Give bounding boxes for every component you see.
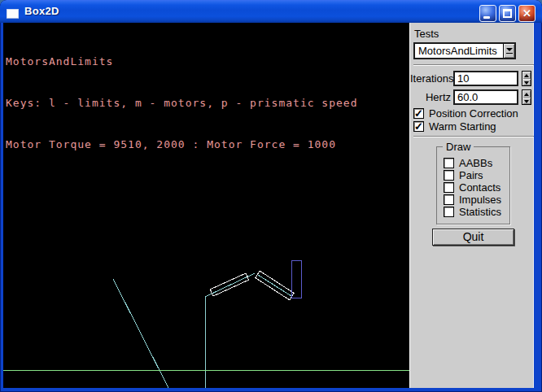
pairs-label: Pairs [459, 169, 483, 181]
checkbox-statistics[interactable]: Statistics [444, 206, 501, 218]
maximize-icon [503, 9, 512, 18]
chevron-underline [506, 53, 513, 54]
checkbox-contacts[interactable]: Contacts [444, 181, 500, 194]
statistics-checkbox[interactable] [444, 207, 454, 217]
window-title: Box2D [24, 5, 59, 17]
warm-starting-label: Warm Starting [429, 120, 496, 133]
checkbox-aabbs[interactable]: AABBs [444, 157, 492, 169]
statistics-label: Statistics [459, 206, 501, 218]
spinner-up-icon[interactable] [522, 90, 531, 98]
arm-link-1 [210, 273, 248, 296]
hertz-input[interactable]: 60.0 [453, 89, 518, 105]
checkbox-warm-starting[interactable]: ✓ Warm Starting [413, 120, 496, 133]
joint-line-left-diagonal [113, 279, 168, 388]
spinner-down-icon[interactable] [522, 79, 531, 86]
hertz-spinner [522, 89, 531, 105]
close-button[interactable]: ✕ [518, 5, 535, 22]
contacts-checkbox[interactable] [444, 182, 454, 193]
impulses-label: Impulses [459, 194, 501, 206]
spinner-up-icon[interactable] [522, 72, 531, 79]
position-correction-checkbox[interactable]: ✓ [413, 108, 424, 119]
impulses-checkbox[interactable] [444, 194, 454, 205]
warm-starting-checkbox[interactable]: ✓ [413, 121, 424, 132]
control-panel: Tests MotorsAndLimits Iterations 10 Hert… [409, 23, 534, 388]
checkbox-pairs[interactable]: Pairs [444, 169, 483, 181]
tests-label: Tests [414, 28, 439, 40]
aabbs-label: AABBs [459, 157, 492, 169]
physics-scene [3, 23, 409, 388]
hertz-label: Hertz [410, 91, 451, 103]
iterations-label: Iterations [410, 72, 451, 85]
minimize-button[interactable] [479, 5, 496, 22]
draw-group-title: Draw [443, 141, 474, 153]
title-bar[interactable]: Box2D ✕ [0, 0, 542, 23]
iterations-spinner [522, 71, 531, 86]
iterations-value: 10 [457, 72, 469, 85]
quit-button[interactable]: Quit [432, 229, 514, 246]
position-correction-label: Position Correction [429, 107, 518, 120]
hertz-value: 60.0 [457, 91, 478, 103]
pairs-checkbox[interactable] [444, 170, 454, 181]
separator [413, 64, 534, 66]
spinner-down-icon[interactable] [522, 98, 531, 105]
app-window: Box2D ✕ MotorsAndLimits Keys: l - limits… [0, 0, 542, 392]
draw-group: Draw AABBs Pairs Contacts Impulses Stati… [436, 146, 510, 224]
checkbox-impulses[interactable]: Impulses [444, 194, 501, 206]
maximize-button[interactable] [499, 5, 516, 22]
checkbox-position-correction[interactable]: ✓ Position Correction [413, 107, 518, 120]
tests-dropdown[interactable]: MotorsAndLimits [413, 42, 516, 59]
aabbs-checkbox[interactable] [444, 158, 454, 168]
contacts-label: Contacts [459, 181, 500, 194]
minimize-icon [483, 16, 490, 19]
app-icon [7, 9, 19, 19]
separator [413, 136, 534, 137]
close-icon: ✕ [519, 7, 535, 20]
iterations-input[interactable]: 10 [453, 71, 518, 86]
chevron-down-icon [506, 48, 513, 51]
tests-dropdown-value: MotorsAndLimits [418, 45, 497, 57]
simulation-canvas[interactable]: MotorsAndLimits Keys: l - limits, m - mo… [3, 23, 409, 388]
tests-dropdown-button[interactable] [503, 44, 514, 58]
joint-line-arm2 [258, 275, 291, 296]
